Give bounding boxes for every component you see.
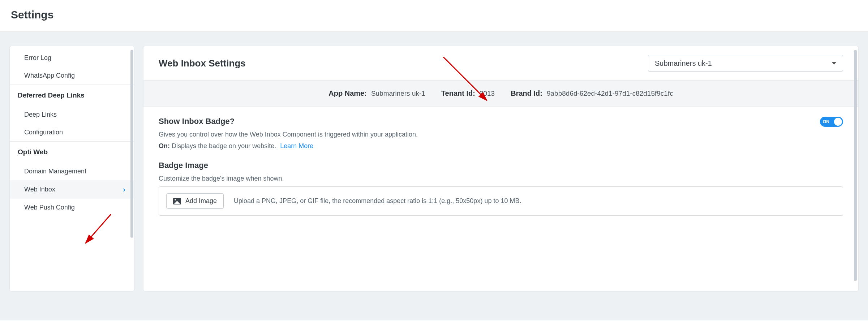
show-badge-toggle[interactable]: ON <box>820 117 843 127</box>
sidebar-group-deferred-deep-links: Deferred Deep Links <box>10 85 134 106</box>
main-scrollbar[interactable] <box>854 50 857 281</box>
settings-sidebar: Error Log WhatsApp Config Deferred Deep … <box>9 46 134 292</box>
show-badge-on-line: On: Displays the badge on your website. … <box>159 142 418 150</box>
sidebar-item-label: Deep Links <box>24 111 57 118</box>
badge-image-title: Badge Image <box>159 161 843 170</box>
show-inbox-badge-section: Show Inbox Badge? Gives you control over… <box>159 117 843 150</box>
page-body: Error Log WhatsApp Config Deferred Deep … <box>0 31 868 320</box>
tenant-id-value: 3013 <box>480 90 495 98</box>
sidebar-item-label: Web Inbox <box>24 186 55 193</box>
app-name-pair: App Name: Submariners uk-1 <box>328 89 425 98</box>
show-badge-desc: Gives you control over how the Web Inbox… <box>159 130 418 139</box>
app-name-label: App Name: <box>328 89 367 98</box>
on-prefix: On: <box>159 142 170 150</box>
add-image-label: Add Image <box>185 197 217 205</box>
tenant-id-pair: Tenant Id: 3013 <box>441 89 495 98</box>
chevron-right-icon: › <box>123 185 125 194</box>
page-header: Settings <box>0 0 868 31</box>
brand-id-pair: Brand Id: 9abb8d6d-62ed-42d1-97d1-c82d15… <box>511 89 673 98</box>
on-text: Displays the badge on your website. <box>172 142 276 150</box>
app-name-value: Submariners uk-1 <box>371 90 425 98</box>
page-title: Settings <box>11 9 857 21</box>
show-badge-title: Show Inbox Badge? <box>159 117 418 126</box>
sidebar-item-label: Web Push Config <box>24 204 75 211</box>
app-selector-value: Submariners uk-1 <box>655 59 712 68</box>
learn-more-link[interactable]: Learn More <box>280 142 313 150</box>
toggle-label: ON <box>823 119 829 124</box>
sidebar-item-label: Error Log <box>24 54 51 62</box>
sidebar-item-configuration[interactable]: Configuration <box>10 124 134 141</box>
image-icon <box>173 198 181 204</box>
sidebar-scrollbar[interactable] <box>130 50 133 238</box>
brand-id-label: Brand Id: <box>511 89 542 98</box>
app-selector[interactable]: Submariners uk-1 <box>648 55 843 72</box>
add-image-button[interactable]: Add Image <box>166 193 224 209</box>
sidebar-item-label: Configuration <box>24 129 63 136</box>
sidebar-item-whatsapp-config[interactable]: WhatsApp Config <box>10 67 134 85</box>
svg-line-0 <box>86 214 111 243</box>
annotation-arrow-icon <box>78 211 115 250</box>
sidebar-item-label: WhatsApp Config <box>24 72 75 79</box>
main-panel: Web Inbox Settings Submariners uk-1 App … <box>143 46 859 292</box>
badge-image-upload: Add Image Upload a PNG, JPEG, or GIF fil… <box>159 186 843 216</box>
tenant-id-label: Tenant Id: <box>441 89 475 98</box>
sidebar-item-web-push-config[interactable]: Web Push Config <box>10 199 134 216</box>
sidebar-item-web-inbox[interactable]: Web Inbox › <box>10 180 134 199</box>
sidebar-item-label: Domain Management <box>24 168 86 175</box>
sidebar-group-opti-web: Opti Web <box>10 141 134 163</box>
badge-image-section: Badge Image Customize the badge's image … <box>159 161 843 216</box>
app-info-bar: App Name: Submariners uk-1 Tenant Id: 30… <box>143 81 858 107</box>
badge-image-desc: Customize the badge's image when shown. <box>159 174 843 184</box>
main-header: Web Inbox Settings Submariners uk-1 <box>143 46 858 81</box>
sidebar-item-error-log[interactable]: Error Log <box>10 49 134 67</box>
main-content: Show Inbox Badge? Gives you control over… <box>143 107 858 237</box>
toggle-knob <box>834 118 842 126</box>
sidebar-item-domain-management[interactable]: Domain Management <box>10 163 134 180</box>
main-title: Web Inbox Settings <box>159 58 246 69</box>
brand-id-value: 9abb8d6d-62ed-42d1-97d1-c82d15f9c1fc <box>547 90 673 98</box>
upload-hint: Upload a PNG, JPEG, or GIF file, the rec… <box>234 197 521 205</box>
caret-down-icon <box>832 62 836 65</box>
sidebar-item-deep-links[interactable]: Deep Links <box>10 106 134 124</box>
